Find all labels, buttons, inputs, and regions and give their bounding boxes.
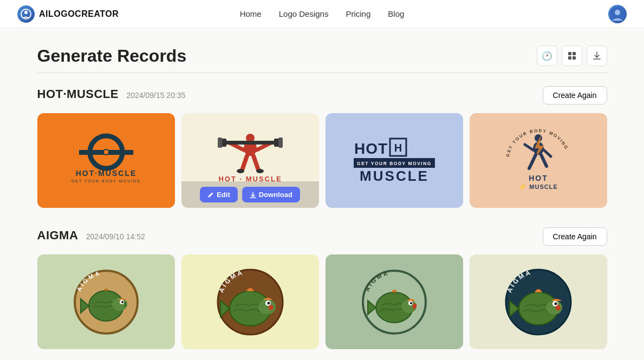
svg-point-1: [24, 11, 28, 14]
divider: [37, 73, 607, 73]
nav-links: Home Logo Designs Pricing Blog: [240, 9, 405, 18]
main-content: Generate Records 🕐 HOT·MUSCLE: [24, 28, 620, 360]
svg-line-23: [253, 156, 258, 170]
logo-card-ag1[interactable]: AIGMA: [37, 254, 175, 349]
svg-line-36: [525, 145, 533, 150]
navbar: AILOGOCREATOR Home Logo Designs Pricing …: [0, 0, 644, 28]
avatar[interactable]: [608, 5, 627, 23]
logo-text: AILOGOCREATOR: [39, 9, 119, 19]
download-button-ag3[interactable]: ⬇ Download: [386, 328, 443, 344]
download-button-hm3[interactable]: ⬇ Download: [386, 187, 443, 202]
svg-rect-7: [573, 56, 576, 60]
edit-button-hm1[interactable]: Edit: [56, 187, 94, 202]
svg-point-10: [103, 149, 109, 155]
svg-line-39: [529, 155, 536, 168]
svg-text:HOT·MUSCLE: HOT·MUSCLE: [75, 169, 136, 178]
logo-card-hm3[interactable]: HOT H GET YOUR BODY MOVING MUSCLE ✏ Edit: [326, 113, 463, 208]
record-hot-muscle: HOT·MUSCLE 2024/09/15 20:35 Create Again: [37, 86, 607, 208]
svg-line-22: [242, 156, 247, 170]
record-title-group: HOT·MUSCLE 2024/09/15 20:35: [37, 87, 186, 101]
svg-rect-19: [218, 138, 222, 148]
svg-text:HOT: HOT: [354, 140, 388, 157]
nav-pricing[interactable]: Pricing: [346, 9, 370, 18]
record-title-aigma: AIGMA: [37, 228, 79, 242]
nav-logo-designs[interactable]: Logo Designs: [279, 9, 329, 18]
svg-rect-4: [568, 52, 571, 55]
logo-card-ag3[interactable]: AIGMA: [326, 254, 463, 349]
record-header-hot-muscle: HOT·MUSCLE 2024/09/15 20:35 Create Again: [37, 86, 607, 104]
svg-point-3: [615, 10, 620, 15]
download-button-hm4[interactable]: ⬇ Download: [530, 187, 587, 202]
logo-link[interactable]: AILOGOCREATOR: [17, 5, 119, 23]
svg-point-25: [256, 169, 264, 173]
download-button-hm2[interactable]: Download: [242, 187, 300, 202]
card-overlay-hm2: Edit Download: [181, 181, 319, 208]
svg-rect-6: [568, 56, 571, 60]
svg-text:H: H: [394, 142, 401, 154]
download-button-ag1[interactable]: ⬇ Download: [98, 328, 155, 344]
svg-point-70: [554, 303, 557, 305]
create-again-aigma[interactable]: Create Again: [543, 227, 607, 246]
nav-blog[interactable]: Blog: [388, 9, 404, 18]
create-again-hot-muscle[interactable]: Create Again: [543, 86, 607, 104]
aigma-grid: AIGMA: [37, 254, 607, 349]
logo-card-hm4[interactable]: GET YOUR BODY MOVING: [470, 113, 607, 208]
svg-text:AIGMA: AIGMA: [363, 270, 389, 292]
svg-point-63: [410, 302, 412, 304]
edit-button-hm2[interactable]: Edit: [200, 187, 238, 202]
edit-button-ag3[interactable]: ✏ Edit: [346, 328, 382, 344]
page-title: Generate Records: [37, 46, 187, 66]
download-button-hm1[interactable]: Download: [98, 187, 156, 202]
svg-text:GET YOUR BODY MOVING: GET YOUR BODY MOVING: [357, 161, 432, 166]
nav-home[interactable]: Home: [240, 9, 262, 18]
record-title-group-aigma: AIGMA 2024/09/10 14:52: [37, 228, 145, 243]
record-date-hot-muscle: 2024/09/15 20:35: [126, 91, 185, 100]
download-button-ag2[interactable]: ⬇ Download: [242, 328, 299, 344]
logo-card-hm1[interactable]: HOT·MUSCLE GET YOUR BODY MOVING Edit Dow…: [37, 113, 175, 208]
header-actions: 🕐: [537, 45, 607, 66]
svg-marker-60: [368, 300, 376, 315]
logo-icon: [17, 5, 35, 23]
edit-button-ag4[interactable]: ✏ Edit: [490, 328, 526, 344]
edit-button-ag2[interactable]: ✏ Edit: [201, 328, 238, 344]
clock-button[interactable]: 🕐: [537, 45, 557, 66]
svg-point-56: [267, 302, 270, 305]
svg-point-24: [237, 169, 244, 173]
edit-button-hm3[interactable]: ✏ Edit: [346, 187, 382, 202]
record-header-aigma: AIGMA 2024/09/10 14:52 Create Again: [37, 227, 607, 246]
page-header: Generate Records 🕐: [37, 45, 607, 66]
grid-button[interactable]: [562, 45, 582, 66]
svg-line-37: [544, 150, 551, 156]
svg-rect-21: [278, 138, 283, 148]
download-button-ag4[interactable]: ⬇ Download: [530, 328, 587, 344]
logo-card-ag2[interactable]: AIGMA: [181, 254, 319, 349]
hot-muscle-grid: HOT·MUSCLE GET YOUR BODY MOVING Edit Dow…: [37, 113, 607, 208]
download-all-button[interactable]: [587, 45, 607, 66]
svg-rect-5: [573, 52, 576, 55]
edit-button-hm4[interactable]: ✏ Edit: [490, 187, 526, 202]
logo-card-hm2[interactable]: HOT · MUSCLE Edit Download: [181, 113, 319, 208]
record-date-aigma: 2024/09/10 14:52: [86, 232, 145, 241]
edit-button-ag1[interactable]: ✏ Edit: [57, 328, 94, 344]
record-aigma: AIGMA 2024/09/10 14:52 Create Again AIGM…: [37, 227, 607, 349]
logo-card-ag4[interactable]: AIGMA: [470, 254, 607, 349]
svg-rect-17: [224, 141, 276, 145]
svg-line-40: [541, 155, 547, 166]
record-title-hot-muscle: HOT·MUSCLE: [37, 87, 119, 101]
svg-point-49: [121, 301, 123, 303]
